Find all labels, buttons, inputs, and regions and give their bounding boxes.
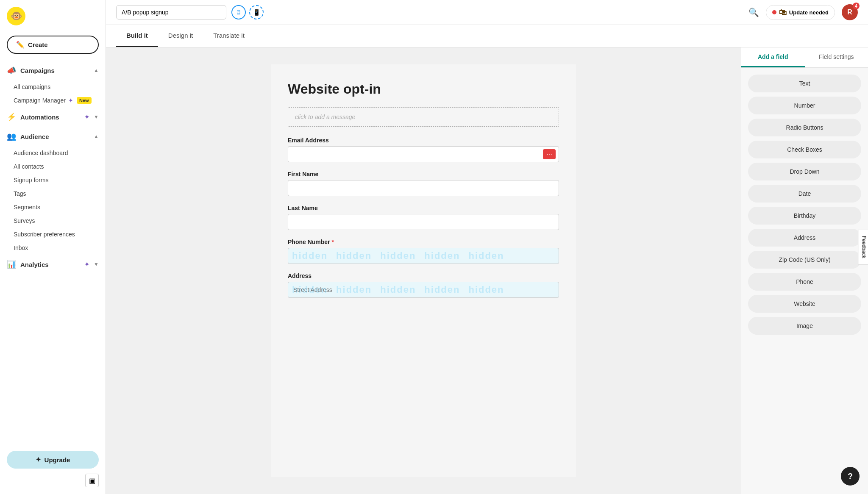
feedback-tab[interactable]: Feedback xyxy=(858,230,868,265)
sidebar-item-analytics[interactable]: 📊 Analytics ✦ ▼ xyxy=(0,255,106,274)
right-panel-tabs: Add a field Field settings xyxy=(741,47,868,68)
sidebar-item-label: Campaigns xyxy=(20,67,89,74)
field-type-dropdown[interactable]: Drop Down xyxy=(748,163,861,180)
main-content: 🖥 📱 🔍 🛍 Update needed R 4 Build it Desig… xyxy=(106,0,868,494)
tab-build[interactable]: Build it xyxy=(116,25,158,47)
content-area: Website opt-in click to add a message Em… xyxy=(106,47,868,494)
sidebar-item-campaigns[interactable]: 📣 Campaigns ▲ xyxy=(0,61,106,80)
campaigns-icon: 📣 xyxy=(7,66,16,75)
address-label: Address xyxy=(288,272,559,279)
last-name-input[interactable] xyxy=(288,214,559,230)
field-type-list: Text Number Radio Buttons Check Boxes Dr… xyxy=(741,68,868,341)
message-placeholder[interactable]: click to add a message xyxy=(288,107,559,127)
sidebar-item-label: Audience xyxy=(20,133,89,140)
first-name-label: First Name xyxy=(288,171,559,178)
star-icon: ✦ xyxy=(84,114,89,120)
notification-badge: 4 xyxy=(853,3,860,9)
topbar-right: 🔍 🛍 Update needed R 4 xyxy=(748,4,858,20)
create-button[interactable]: ✏️ Create xyxy=(7,36,99,54)
chevron-down-icon: ▼ xyxy=(94,114,99,120)
star-icon: ✦ xyxy=(68,97,73,104)
email-input[interactable] xyxy=(288,146,559,162)
pencil-icon: ✏️ xyxy=(16,41,25,49)
avatar-initials: R xyxy=(847,8,852,16)
upgrade-star-icon: ✦ xyxy=(36,456,41,463)
tab-translate[interactable]: Translate it xyxy=(203,25,255,47)
topbar-left: 🖥 📱 xyxy=(116,5,264,19)
star-icon: ✦ xyxy=(84,261,89,268)
mobile-view-icon[interactable]: 📱 xyxy=(249,5,264,19)
email-settings-button[interactable]: ⋯ xyxy=(543,149,556,159)
topbar: 🖥 📱 🔍 🛍 Update needed R 4 xyxy=(106,0,868,25)
shopify-status-dot xyxy=(772,10,776,14)
audience-children: Audience dashboard All contacts Signup f… xyxy=(0,146,106,255)
field-first-name: First Name xyxy=(288,171,559,196)
field-type-zip[interactable]: Zip Code (US Only) xyxy=(748,251,861,269)
sidebar-item-surveys[interactable]: Surveys xyxy=(7,214,106,228)
field-type-address[interactable]: Address xyxy=(748,229,861,247)
tab-field-settings[interactable]: Field settings xyxy=(805,47,868,67)
user-avatar[interactable]: R 4 xyxy=(842,4,858,20)
tab-design[interactable]: Design it xyxy=(158,25,203,47)
field-type-website[interactable]: Website xyxy=(748,295,861,313)
campaigns-children: All campaigns Campaign Manager ✦ New xyxy=(0,80,106,107)
sidebar-item-signup-forms[interactable]: Signup forms xyxy=(7,173,106,187)
search-button[interactable]: 🔍 xyxy=(748,7,759,17)
field-type-text[interactable]: Text xyxy=(748,75,861,92)
field-type-image[interactable]: Image xyxy=(748,317,861,335)
field-type-date[interactable]: Date xyxy=(748,185,861,203)
sidebar-item-all-contacts[interactable]: All contacts xyxy=(7,160,106,173)
right-panel: Add a field Field settings Text Number R… xyxy=(741,47,868,494)
chevron-up-icon: ▲ xyxy=(94,67,99,73)
mailchimp-logo[interactable]: 🐵 xyxy=(7,7,25,25)
field-type-checkbox[interactable]: Check Boxes xyxy=(748,141,861,158)
field-last-name: Last Name xyxy=(288,205,559,230)
sidebar-item-label: Analytics xyxy=(20,261,79,268)
phone-input[interactable] xyxy=(288,248,559,264)
sidebar-item-segments[interactable]: Segments xyxy=(7,200,106,214)
shopify-label: Update needed xyxy=(789,9,829,16)
form-container: Website opt-in click to add a message Em… xyxy=(271,64,576,477)
collapse-sidebar-button[interactable]: ▣ xyxy=(85,474,99,487)
sidebar-item-all-campaigns[interactable]: All campaigns xyxy=(7,80,106,94)
upgrade-button[interactable]: ✦ Upgrade xyxy=(7,451,99,469)
phone-label: Phone Number * xyxy=(288,239,559,245)
sidebar-item-label: Automations xyxy=(20,114,79,121)
sidebar-item-automations[interactable]: ⚡ Automations ✦ ▼ xyxy=(0,107,106,127)
analytics-icon: 📊 xyxy=(7,260,16,269)
form-title: Website opt-in xyxy=(288,81,559,97)
field-type-birthday[interactable]: Birthday xyxy=(748,207,861,225)
required-indicator: * xyxy=(332,239,334,245)
sidebar-item-inbox[interactable]: Inbox xyxy=(7,241,106,255)
field-type-radio[interactable]: Radio Buttons xyxy=(748,119,861,136)
last-name-label: Last Name xyxy=(288,205,559,211)
audience-icon: 👥 xyxy=(7,132,16,141)
field-type-phone[interactable]: Phone xyxy=(748,273,861,291)
topbar-icons: 🖥 📱 xyxy=(231,5,264,19)
help-button[interactable]: ? xyxy=(841,467,860,486)
sidebar-item-subscriber-preferences[interactable]: Subscriber preferences xyxy=(7,228,106,241)
sidebar-bottom: ✦ Upgrade ▣ xyxy=(0,444,106,494)
sidebar: 🐵 ✏️ Create 📣 Campaigns ▲ All campaigns … xyxy=(0,0,106,494)
email-input-wrapper: ⋯ xyxy=(288,146,559,162)
address-input[interactable] xyxy=(288,282,559,298)
sidebar-item-audience-dashboard[interactable]: Audience dashboard xyxy=(7,146,106,160)
email-label: Email Address xyxy=(288,137,559,144)
logo-area: 🐵 xyxy=(0,0,106,32)
sidebar-item-tags[interactable]: Tags xyxy=(7,187,106,200)
sidebar-item-campaign-manager[interactable]: Campaign Manager ✦ New xyxy=(7,94,106,107)
field-phone: Phone Number * hidden hidden hidden hidd… xyxy=(288,239,559,264)
create-label: Create xyxy=(28,41,48,48)
desktop-view-icon[interactable]: 🖥 xyxy=(231,5,246,19)
tab-add-field[interactable]: Add a field xyxy=(741,47,805,67)
shopify-bag-icon: 🛍 xyxy=(779,8,787,17)
first-name-input[interactable] xyxy=(288,180,559,196)
sidebar-item-audience[interactable]: 👥 Audience ▲ xyxy=(0,127,106,146)
field-address: Address hidden hidden hidden hidden hidd… xyxy=(288,272,559,298)
shopify-update-badge[interactable]: 🛍 Update needed xyxy=(766,5,835,20)
form-title-input[interactable] xyxy=(116,5,226,19)
automations-icon: ⚡ xyxy=(7,112,16,122)
main-tabs: Build it Design it Translate it xyxy=(106,25,868,47)
field-type-number[interactable]: Number xyxy=(748,97,861,114)
chevron-up-icon: ▲ xyxy=(94,133,99,139)
